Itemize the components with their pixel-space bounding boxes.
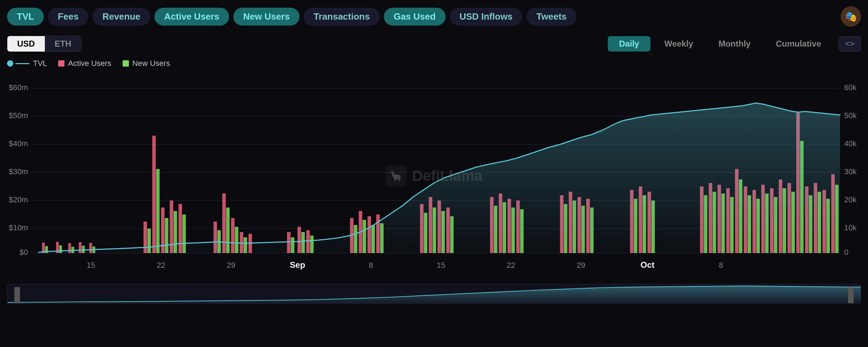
legend-new-bar — [123, 60, 129, 67]
svg-text:60k: 60k — [844, 83, 857, 92]
svg-text:Oct: Oct — [641, 260, 655, 270]
svg-text:$10m: $10m — [9, 223, 28, 232]
chart-svg: $60m $50m $40m $30m $20m $10m $0 60k 50k… — [7, 71, 861, 281]
svg-text:8: 8 — [719, 261, 723, 270]
legend-tvl: TVL — [7, 59, 47, 68]
nav-tweets[interactable]: Tweets — [526, 8, 576, 26]
range-mini-svg — [7, 284, 861, 303]
timeframe-group: Daily Weekly Monthly Cumulative <> — [608, 36, 861, 52]
legend-active-bar — [58, 60, 64, 67]
range-track[interactable] — [7, 284, 861, 304]
svg-rect-43 — [152, 136, 156, 253]
timeframe-cumulative[interactable]: Cumulative — [765, 36, 832, 52]
nav-transactions[interactable]: Transactions — [304, 8, 379, 26]
svg-text:15: 15 — [87, 261, 95, 270]
timeframe-monthly[interactable]: Monthly — [707, 36, 762, 52]
svg-text:Sep: Sep — [290, 260, 305, 270]
svg-text:$0: $0 — [19, 248, 28, 257]
svg-text:15: 15 — [437, 261, 445, 270]
top-navigation: TVL Fees Revenue Active Users New Users … — [0, 0, 868, 33]
currency-eth[interactable]: ETH — [45, 36, 81, 52]
svg-text:$30m: $30m — [9, 167, 28, 176]
range-slider — [0, 281, 868, 309]
nav-usd-inflows[interactable]: USD Inflows — [450, 8, 523, 26]
svg-text:29: 29 — [227, 261, 235, 270]
main-chart: $60m $50m $40m $30m $20m $10m $0 60k 50k… — [0, 71, 868, 281]
svg-text:22: 22 — [157, 261, 165, 270]
nav-gas-used[interactable]: Gas Used — [384, 8, 446, 26]
legend-new-users: New Users — [123, 59, 170, 68]
chart-legend: TVL Active Users New Users — [0, 56, 868, 71]
svg-text:22: 22 — [507, 261, 515, 270]
svg-text:$50m: $50m — [9, 111, 28, 120]
nav-active-users[interactable]: Active Users — [154, 8, 229, 26]
legend-active-label: Active Users — [68, 59, 111, 68]
legend-active-users: Active Users — [58, 59, 111, 68]
svg-text:30k: 30k — [844, 167, 857, 176]
svg-text:20k: 20k — [844, 195, 857, 204]
currency-usd[interactable]: USD — [7, 36, 45, 52]
nav-revenue[interactable]: Revenue — [92, 8, 150, 26]
controls-bar: USD ETH Daily Weekly Monthly Cumulative … — [0, 33, 868, 56]
svg-text:$20m: $20m — [9, 195, 28, 204]
nav-new-users[interactable]: New Users — [233, 8, 299, 26]
svg-rect-44 — [156, 169, 160, 253]
svg-text:$40m: $40m — [9, 139, 28, 148]
svg-text:8: 8 — [369, 261, 373, 270]
embed-button[interactable]: <> — [839, 36, 861, 52]
svg-text:$60m: $60m — [9, 83, 28, 92]
svg-text:0: 0 — [844, 248, 848, 257]
legend-new-label: New Users — [132, 59, 170, 68]
svg-text:29: 29 — [577, 261, 585, 270]
currency-group: USD ETH — [7, 36, 82, 52]
nav-fees[interactable]: Fees — [48, 8, 88, 26]
timeframe-daily[interactable]: Daily — [608, 36, 650, 52]
svg-text:40k: 40k — [844, 139, 857, 148]
svg-text:50k: 50k — [844, 111, 857, 120]
legend-tvl-label: TVL — [33, 59, 47, 68]
nav-tvl[interactable]: TVL — [7, 8, 44, 26]
timeframe-weekly[interactable]: Weekly — [653, 36, 704, 52]
avatar[interactable]: 🎭 — [841, 6, 861, 27]
legend-tvl-line — [15, 63, 29, 64]
svg-text:10k: 10k — [844, 223, 857, 232]
legend-tvl-dot — [7, 60, 13, 67]
range-handle-right[interactable] — [848, 287, 854, 304]
range-handle-left[interactable] — [14, 287, 20, 304]
